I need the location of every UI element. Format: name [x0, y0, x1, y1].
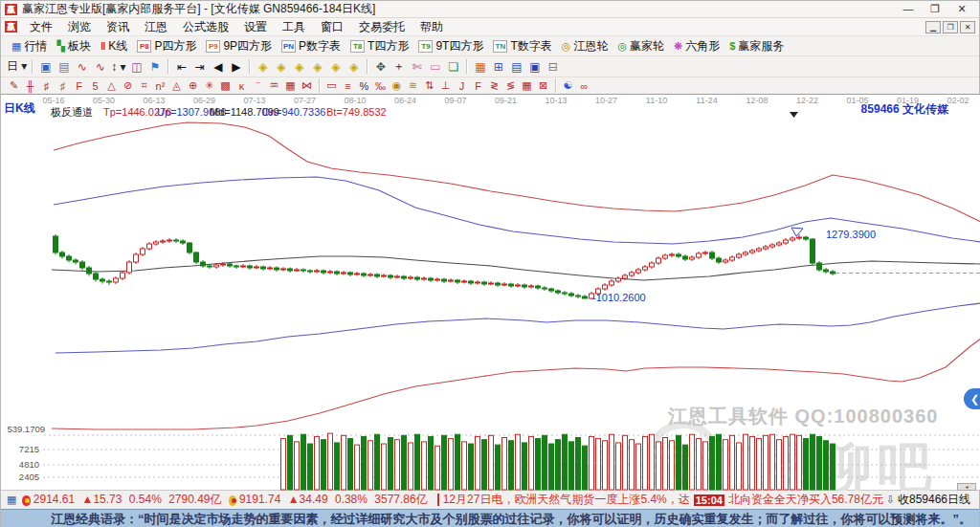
draw-hash-icon[interactable]: ⌗: [136, 78, 152, 93]
menu-工具[interactable]: 工具: [275, 19, 313, 35]
draw-angle-icon[interactable]: △: [103, 78, 120, 93]
menu-浏览[interactable]: 浏览: [60, 19, 99, 35]
market-grid-icon[interactable]: ▦: [7, 494, 16, 506]
draw-wave-icon[interactable]: ♒: [266, 78, 282, 93]
draw-triangle-icon[interactable]: ◬: [168, 78, 185, 93]
yinyang-icon[interactable]: ☯: [560, 78, 576, 93]
draw-grid-icon[interactable]: ╫: [22, 78, 38, 93]
winner-wheel-button[interactable]: ◎赢家轮: [612, 37, 669, 55]
draw-pencil-icon[interactable]: ✎: [6, 78, 22, 93]
line-updown-icon[interactable]: ⇅: [421, 78, 437, 93]
draw-grid2-icon[interactable]: ▦: [282, 78, 299, 93]
shanghai-index[interactable]: 2914.61 ▲15.73 0.54% 2790.49亿: [33, 492, 226, 508]
window-icon[interactable]: ▣: [36, 58, 55, 76]
draw-quote-icon[interactable]: ¨: [250, 78, 266, 93]
report-icon[interactable]: ▤: [507, 58, 525, 76]
gann-angle-icon-2[interactable]: ◈: [272, 58, 290, 76]
menu-资讯[interactable]: 资讯: [99, 19, 137, 35]
kline-chart-canvas[interactable]: 赢家江恩聊吧721548102405539.170905-1605-3006-1…: [1, 95, 980, 491]
shenzhen-index[interactable]: 9191.74 ▲34.49 0.38% 3577.86亿: [239, 492, 432, 508]
draw-ruler1-icon[interactable]: ♯: [38, 78, 55, 93]
t9-square-button[interactable]: T99T四方形: [413, 37, 488, 55]
line-permille-icon[interactable]: ‰: [372, 78, 389, 93]
nav-last-icon[interactable]: ⇥: [190, 58, 209, 76]
t-square-button[interactable]: T8T四方形: [345, 37, 413, 55]
close-button[interactable]: ✕: [948, 2, 975, 17]
kline-button[interactable]: ‖K线: [96, 37, 133, 55]
draw-k-icon[interactable]: ĸ: [234, 78, 250, 93]
t-table-button[interactable]: TNT数字表: [488, 37, 556, 55]
nav-first-icon[interactable]: ⇤: [172, 58, 190, 76]
news-ticker[interactable]: 12月27日电，欧洲天然气期货一度上涨5.4%，达15:04北向资金全天净买入5…: [437, 492, 886, 508]
gann-angle-icon-3[interactable]: ◈: [290, 58, 308, 76]
infinity-icon[interactable]: ∞: [576, 78, 592, 93]
child-restore-button[interactable]: ❐: [943, 21, 958, 33]
period-day-button[interactable]: 日 ▾: [6, 58, 28, 76]
line-j-icon[interactable]: J: [454, 78, 470, 93]
line-delete-icon[interactable]: ⊠: [535, 78, 551, 93]
cut-icon[interactable]: ✄: [408, 58, 426, 76]
draw-shade-icon[interactable]: ▩: [217, 78, 234, 93]
gann-angle-icon-6[interactable]: ◈: [345, 58, 363, 76]
mini-trend2-icon[interactable]: ∿: [91, 58, 109, 76]
line-fan1-icon[interactable]: ≷: [486, 78, 502, 93]
quotes-button[interactable]: ▦行情: [7, 37, 52, 55]
sectors-button[interactable]: ▚板块: [52, 37, 95, 55]
scrollbar-stub[interactable]: ◂: [957, 483, 976, 491]
pan-hand-icon[interactable]: ✥: [371, 58, 390, 76]
line-box-icon[interactable]: ▭: [323, 78, 340, 93]
nav-next-icon[interactable]: ▶: [227, 58, 245, 76]
child-close-button[interactable]: ✕: [960, 21, 975, 33]
child-minimize-button[interactable]: ▁: [925, 21, 941, 33]
split-screen-icon[interactable]: ◫: [127, 58, 145, 76]
maximize-button[interactable]: ❐: [922, 2, 948, 17]
line-fan2-icon[interactable]: ≶: [502, 78, 519, 93]
menu-文件[interactable]: 文件: [22, 19, 60, 35]
draw-ruler2-icon[interactable]: ♯: [55, 78, 71, 93]
line-perp-icon[interactable]: ⊥: [437, 78, 454, 93]
menu-公式选股[interactable]: 公式选股: [175, 19, 236, 35]
menu-帮助[interactable]: 帮助: [412, 19, 451, 35]
line-gold-lines-icon[interactable]: ≋: [405, 78, 421, 93]
draw-circle-cross-icon[interactable]: ⊕: [185, 78, 201, 93]
line-multi-icon[interactable]: ≡: [340, 78, 356, 93]
gann-angle-icon-4[interactable]: ◈: [308, 58, 326, 76]
draw-n2-icon[interactable]: n²: [152, 78, 168, 93]
p-table-button[interactable]: PNP数字表: [277, 37, 345, 55]
draw-five-icon[interactable]: 5: [87, 78, 103, 93]
green-box-icon[interactable]: ❏: [444, 58, 462, 76]
menu-窗口[interactable]: 窗口: [313, 19, 351, 35]
draw-circle-arrow-icon[interactable]: ⊘: [120, 78, 136, 93]
winner-service-button[interactable]: $赢家服务: [724, 37, 789, 55]
p9-square-button[interactable]: P99P四方形: [201, 37, 277, 55]
draw-bowtie-icon[interactable]: ⋈: [299, 78, 315, 93]
menu-江恩[interactable]: 江恩: [137, 19, 175, 35]
data-download-icon[interactable]: ⊟: [544, 58, 562, 76]
draw-star-icon[interactable]: ✳: [201, 78, 217, 93]
line-f-icon[interactable]: F: [470, 78, 486, 93]
child-window-icon[interactable]: 赢: [5, 21, 17, 33]
gann-angle-icon-1[interactable]: ◈: [254, 58, 272, 76]
line-gold-circle-icon[interactable]: ◉: [389, 78, 405, 93]
flag-icon[interactable]: ⚑: [145, 58, 164, 76]
crosshair-icon[interactable]: ＋: [390, 58, 408, 76]
menu-设置[interactable]: 设置: [236, 19, 275, 35]
save-icon[interactable]: ▣: [525, 58, 544, 76]
gann-wheel-button[interactable]: ◎江恩轮: [557, 37, 613, 55]
gann-angle-icon-5[interactable]: ◈: [326, 58, 345, 76]
panel-collapse-button[interactable]: ❮: [964, 388, 980, 409]
chart-area[interactable]: 赢家江恩聊吧721548102405539.170905-1605-3006-1…: [1, 94, 980, 490]
list-icon[interactable]: ▤: [55, 58, 73, 76]
calculator-icon[interactable]: ⊞: [489, 58, 507, 76]
nav-prev-icon[interactable]: ◀: [209, 58, 227, 76]
menu-交易委托[interactable]: 交易委托: [351, 19, 412, 35]
draw-fib-f-icon[interactable]: F: [71, 78, 87, 93]
line-grid-icon[interactable]: ▦: [519, 78, 535, 93]
minimize-button[interactable]: —: [895, 2, 922, 17]
hexagon-button[interactable]: ❋六角形: [669, 37, 724, 55]
scale-toggle-icon[interactable]: ↕ ▾: [109, 58, 127, 76]
pink-box-icon[interactable]: ▭: [426, 58, 444, 76]
mini-trend-icon[interactable]: ∿: [73, 58, 91, 76]
line-percent-icon[interactable]: %: [356, 78, 372, 93]
calendar-icon[interactable]: ▦: [471, 58, 489, 76]
